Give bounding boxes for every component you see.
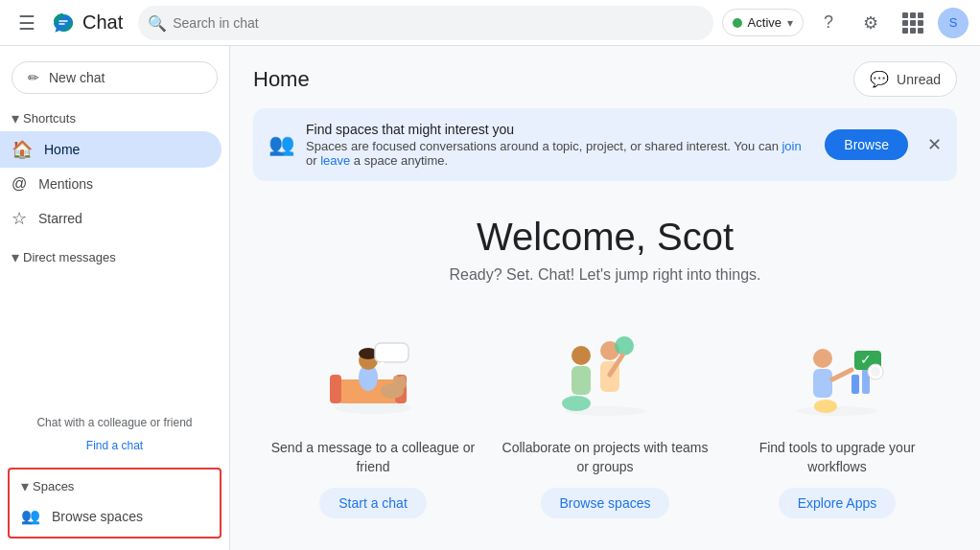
search-bar[interactable]: 🔍 [138, 6, 713, 40]
banner-description: Spaces are focused conversations around … [306, 139, 813, 168]
svg-point-22 [797, 406, 877, 416]
welcome-subtitle: Ready? Set. Chat! Let's jump right into … [253, 266, 957, 284]
svg-point-1 [335, 402, 411, 414]
card-spaces: Collaborate on projects with teams or gr… [501, 312, 710, 518]
card-text-chat: Send a message to a colleague or friend [268, 439, 478, 476]
svg-rect-26 [852, 375, 859, 394]
sidebar: ✏ New chat ▾ Shortcuts 🏠 Home @ Mentions… [0, 46, 230, 550]
welcome-title: Welcome, Scot [253, 216, 957, 259]
svg-point-30 [814, 400, 837, 413]
spaces-header[interactable]: ▾ Spaces [10, 473, 220, 499]
status-button[interactable]: Active ▾ [722, 9, 804, 36]
svg-point-21 [562, 396, 591, 411]
main-content: Home 💬 Unread 👥 Find spaces that might i… [230, 46, 980, 550]
sidebar-item-label: Home [44, 142, 80, 157]
svg-marker-9 [381, 362, 385, 368]
browse-spaces-button[interactable]: Browse spaces [541, 488, 670, 518]
find-chat-description: Chat with a colleague or friend [15, 408, 214, 437]
app-logo: Chat [50, 10, 123, 36]
card-illustration-chat [306, 312, 440, 427]
topbar-right: Active ▾ ? ⚙ S [722, 6, 968, 40]
card-chat: Send a message to a colleague or friend … [268, 312, 478, 518]
join-link[interactable]: join [782, 139, 801, 153]
gear-icon: ⚙ [863, 12, 878, 34]
chevron-down-icon: ▾ [787, 16, 793, 30]
people-icon: 👥 [268, 132, 294, 157]
unread-button[interactable]: 💬 Unread [853, 61, 957, 97]
new-chat-button[interactable]: ✏ New chat [12, 61, 218, 94]
menu-icon[interactable]: ☰ [12, 8, 42, 38]
leave-link[interactable]: leave [320, 153, 350, 168]
spaces-section: ▾ Spaces 👥 Browse spaces [8, 468, 222, 539]
svg-point-12 [400, 376, 406, 383]
unread-label: Unread [897, 72, 941, 87]
chevron-down-icon: ▾ [12, 109, 19, 127]
shortcuts-label: Shortcuts [23, 111, 76, 126]
explore-apps-button[interactable]: Explore Apps [779, 488, 897, 518]
svg-rect-8 [375, 343, 408, 362]
chat-illustration [315, 322, 431, 418]
topbar: ☰ Chat 🔍 Active ▾ [0, 0, 980, 46]
sidebar-item-label: Mentions [38, 176, 93, 192]
svg-point-19 [615, 336, 634, 355]
avatar[interactable]: S [938, 8, 968, 38]
direct-messages-label: Direct messages [23, 250, 116, 264]
welcome-section: Welcome, Scot Ready? Set. Chat! Let's ju… [230, 196, 980, 293]
status-indicator [733, 18, 742, 28]
banner-title: Find spaces that might interest you [306, 122, 813, 137]
apps-illustration: ✓ [780, 322, 895, 418]
card-text-apps: Find tools to upgrade your workflows [733, 439, 942, 476]
sidebar-item-home[interactable]: 🏠 Home [0, 131, 222, 168]
sidebar-item-browse-spaces[interactable]: 👥 Browse spaces [10, 499, 212, 533]
main-header: Home 💬 Unread [230, 46, 980, 108]
sidebar-item-mentions[interactable]: @ Mentions [0, 168, 222, 200]
svg-rect-24 [813, 369, 832, 398]
status-label: Active [748, 15, 782, 30]
apps-button[interactable] [896, 6, 930, 40]
sidebar-item-starred[interactable]: ☆ Starred [0, 200, 222, 237]
svg-point-32 [871, 367, 880, 377]
grid-icon [902, 12, 923, 34]
direct-messages-header[interactable]: ▾ Direct messages [0, 244, 229, 270]
main-layout: ✏ New chat ▾ Shortcuts 🏠 Home @ Mentions… [0, 46, 980, 550]
search-input[interactable] [138, 6, 713, 40]
banner-text: Find spaces that might interest you Spac… [306, 122, 813, 168]
edit-icon: ✏ [28, 70, 39, 85]
card-text-spaces: Collaborate on projects with teams or gr… [501, 439, 710, 476]
search-icon: 🔍 [148, 13, 167, 32]
new-chat-label: New chat [49, 70, 105, 85]
settings-button[interactable]: ⚙ [853, 6, 888, 40]
card-illustration-apps: ✓ [770, 312, 904, 427]
svg-point-23 [813, 349, 832, 368]
help-icon: ? [824, 12, 833, 33]
svg-line-25 [832, 370, 852, 379]
svg-rect-3 [330, 375, 341, 403]
svg-rect-16 [572, 366, 591, 395]
spaces-banner: 👥 Find spaces that might interest you Sp… [253, 108, 957, 181]
page-title: Home [253, 67, 310, 92]
cards-section: Send a message to a colleague or friend … [230, 293, 980, 547]
close-icon[interactable]: ✕ [927, 134, 942, 155]
card-illustration-spaces [538, 312, 672, 427]
chevron-down-icon: ▾ [12, 248, 19, 266]
svg-point-13 [393, 376, 399, 383]
spaces-label: Spaces [33, 479, 74, 493]
svg-point-15 [572, 346, 591, 365]
sidebar-item-label: Starred [38, 211, 82, 226]
svg-text:✓: ✓ [860, 352, 872, 367]
chevron-down-icon: ▾ [21, 477, 29, 495]
star-icon: ☆ [12, 208, 27, 229]
find-chat-section: Chat with a colleague or friend Find a c… [0, 401, 229, 464]
sidebar-item-label: Browse spaces [52, 509, 143, 524]
home-icon: 🏠 [12, 139, 33, 160]
find-chat-link[interactable]: Find a chat [86, 439, 143, 452]
app-title: Chat [82, 11, 123, 34]
start-chat-button[interactable]: Start a chat [319, 488, 427, 518]
card-apps: ✓ Find tools to upgrade your workflows E… [733, 312, 942, 518]
spaces-illustration [548, 322, 663, 418]
chat-bubble-icon: 💬 [870, 70, 889, 88]
banner-browse-button[interactable]: Browse [825, 129, 908, 160]
browse-spaces-icon: 👥 [21, 507, 40, 525]
help-button[interactable]: ? [811, 6, 846, 40]
shortcuts-header[interactable]: ▾ Shortcuts [0, 105, 229, 131]
